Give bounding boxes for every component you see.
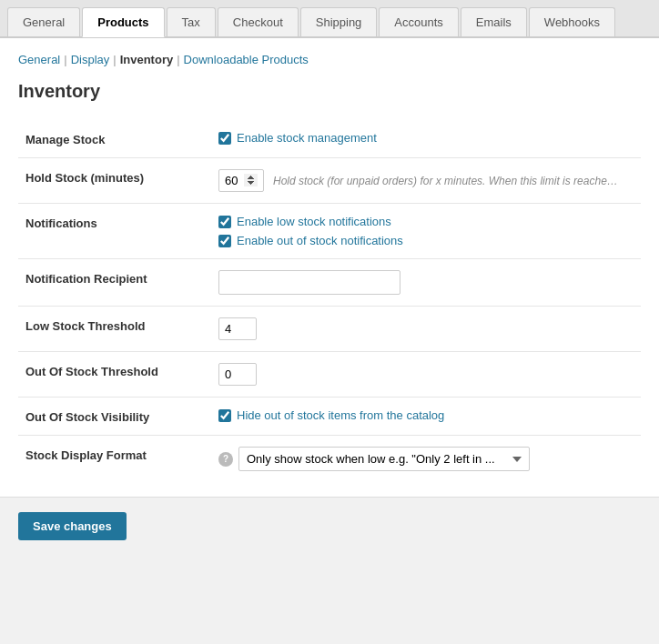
hold-stock-row: Hold stock (for unpaid orders) for x min… <box>218 169 634 192</box>
out-of-stock-visibility-field: Hide out of stock items from the catalog <box>200 397 641 436</box>
help-icon[interactable]: ? <box>218 452 233 467</box>
hold-stock-input[interactable] <box>219 170 263 191</box>
stock-display-format-select[interactable]: Only show stock when low e.g. "Only 2 le… <box>238 447 530 471</box>
tab-tax[interactable]: Tax <box>167 7 216 36</box>
sep-1: | <box>64 53 66 66</box>
hold-stock-field: Hold stock (for unpaid orders) for x min… <box>200 158 641 204</box>
out-of-stock-notif-checkbox-label[interactable]: Enable out of stock notifications <box>237 234 403 247</box>
notification-recipient-input[interactable] <box>218 270 400 295</box>
tab-products[interactable]: Products <box>82 7 164 37</box>
tab-accounts[interactable]: Accounts <box>379 7 458 36</box>
out-of-stock-threshold-input[interactable] <box>219 364 256 385</box>
table-row: Hold Stock (minutes) Hold stock (for unp… <box>18 158 641 204</box>
subnav-downloadable[interactable]: Downloadable Products <box>184 53 309 66</box>
footer-bar: Save changes <box>0 497 659 555</box>
stock-display-format-field: ? Only show stock when low e.g. "Only 2 … <box>200 436 641 483</box>
manage-stock-checkbox[interactable] <box>218 132 231 145</box>
stock-display-format-label: Stock Display Format <box>18 436 200 483</box>
notification-recipient-label: Notification Recipient <box>18 259 200 307</box>
subnav-inventory: Inventory <box>120 53 174 66</box>
stock-display-format-wrap: ? Only show stock when low e.g. "Only 2 … <box>218 447 530 471</box>
manage-stock-field: Enable stock management <box>200 120 641 158</box>
tab-checkout[interactable]: Checkout <box>218 7 299 36</box>
table-row: Manage Stock Enable stock management <box>18 120 641 158</box>
tab-shipping[interactable]: Shipping <box>300 7 378 36</box>
sep-2: | <box>113 53 116 66</box>
low-stock-checkbox-label[interactable]: Enable low stock notifications <box>237 215 391 228</box>
out-of-stock-visibility-label: Out Of Stock Visibility <box>18 397 200 436</box>
table-row: Stock Display Format ? Only show stock w… <box>18 436 641 483</box>
table-row: Out Of Stock Threshold <box>18 352 641 397</box>
save-button[interactable]: Save changes <box>18 512 127 540</box>
sep-3: | <box>177 53 179 66</box>
notifications-field: Enable low stock notifications Enable ou… <box>200 204 641 259</box>
low-stock-checkbox-row: Enable low stock notifications <box>218 215 634 228</box>
content-area: General | Display | Inventory | Download… <box>0 37 659 497</box>
hold-stock-label: Hold Stock (minutes) <box>18 158 200 204</box>
notification-recipient-field <box>200 259 641 307</box>
subnav-general[interactable]: General <box>18 53 60 66</box>
out-of-stock-notif-checkbox-row: Enable out of stock notifications <box>218 234 634 247</box>
table-row: Notifications Enable low stock notificat… <box>18 204 641 259</box>
hold-stock-description: Hold stock (for unpaid orders) for x min… <box>273 175 619 187</box>
low-stock-threshold-input[interactable] <box>219 318 256 339</box>
out-of-stock-threshold-spinner <box>218 363 257 386</box>
subnav-display[interactable]: Display <box>71 53 110 66</box>
out-of-stock-notif-checkbox[interactable] <box>218 235 231 247</box>
breadcrumb: General | Display | Inventory | Download… <box>18 53 641 66</box>
low-stock-threshold-label: Low Stock Threshold <box>18 307 200 352</box>
page-title: Inventory <box>18 81 641 102</box>
manage-stock-checkbox-row: Enable stock management <box>218 131 634 145</box>
out-of-stock-threshold-label: Out Of Stock Threshold <box>18 352 200 397</box>
table-row: Low Stock Threshold <box>18 307 641 352</box>
out-of-stock-visibility-checkbox[interactable] <box>218 409 231 422</box>
out-of-stock-threshold-field <box>200 352 641 397</box>
tab-emails[interactable]: Emails <box>461 7 527 36</box>
manage-stock-label: Manage Stock <box>18 120 200 158</box>
table-row: Out Of Stock Visibility Hide out of stoc… <box>18 397 641 436</box>
manage-stock-checkbox-label[interactable]: Enable stock management <box>237 131 377 145</box>
tab-webhooks[interactable]: Webhooks <box>529 7 615 36</box>
tabs-bar: General Products Tax Checkout Shipping A… <box>0 0 659 37</box>
hold-stock-spinner <box>218 169 264 192</box>
table-row: Notification Recipient <box>18 259 641 307</box>
notifications-label: Notifications <box>18 204 200 259</box>
low-stock-checkbox[interactable] <box>218 216 231 228</box>
out-of-stock-visibility-checkbox-row: Hide out of stock items from the catalog <box>218 408 634 422</box>
settings-table: Manage Stock Enable stock management Hol… <box>18 120 641 482</box>
out-of-stock-visibility-checkbox-label[interactable]: Hide out of stock items from the catalog <box>237 408 444 422</box>
low-stock-threshold-spinner <box>218 317 257 340</box>
tab-general[interactable]: General <box>7 7 80 36</box>
low-stock-threshold-field <box>200 307 641 352</box>
